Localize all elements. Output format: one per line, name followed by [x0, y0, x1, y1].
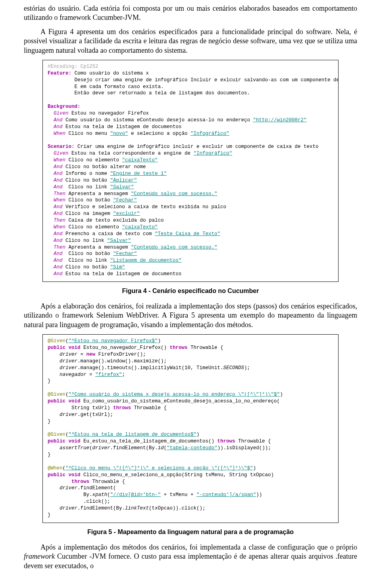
- code-string: "Listagem de documentos": [110, 258, 182, 263]
- code-text: (: [65, 392, 69, 397]
- code-text: Estou na tela de listagem de documentos: [63, 271, 182, 277]
- java-keyword: throws: [48, 479, 92, 485]
- java-keyword: public void: [48, 398, 83, 404]
- text-emphasis: framework: [24, 552, 55, 560]
- code-text: }: [48, 419, 51, 424]
- code-text: .findElement(By.: [77, 506, 125, 511]
- code-text: ): [196, 432, 200, 437]
- code-text: ): [253, 465, 256, 471]
- code-text: (: [65, 432, 69, 437]
- page-content: estórias do usuário. Cada estória foi co…: [0, 0, 381, 579]
- code-text: + txMenu +: [161, 492, 196, 498]
- code-text: E em cada formato caso exista.: [48, 84, 164, 90]
- figure-4-caption: Figura 4 - Cenário especificado no Cucum…: [24, 287, 357, 295]
- java-keyword: throws: [113, 405, 134, 411]
- code-text: .manage().timeouts().implicitlyWait(10, …: [77, 365, 223, 371]
- code-text: .click();: [48, 499, 110, 504]
- java-keyword: new: [87, 352, 98, 357]
- code-text: Caixa de texto excluida do palco: [65, 218, 164, 223]
- code-text: (: [164, 445, 167, 451]
- code-text: Verifico e seleciono a caixa de texto ex…: [63, 204, 227, 210]
- gherkin-step-kw: Then: [48, 191, 65, 197]
- code-text: Eu_estou_na_tela_de_listagem_de_document…: [83, 439, 217, 444]
- code-text: FirefoxDriver();: [98, 352, 146, 357]
- gherkin-step-kw: And: [48, 271, 63, 277]
- code-string: "^Como usuário do sistema x desejo acess…: [69, 392, 280, 397]
- code-text: ): [280, 392, 283, 397]
- gherkin-feature-kw: Feature:: [48, 71, 71, 76]
- gherkin-step-kw: When: [48, 131, 65, 136]
- code-text: Clico no link: [63, 258, 110, 263]
- code-line: #Encoding: Cp1252: [48, 64, 98, 69]
- code-text: Clico no link: [63, 238, 108, 243]
- code-text: Clico na imagem: [63, 211, 114, 216]
- code-text: Então deve ser retornado a tela de lista…: [48, 90, 250, 96]
- java-static: id: [158, 445, 164, 451]
- code-text: }: [48, 452, 51, 458]
- code-string: "caixaTexto": [122, 157, 158, 163]
- code-string: "Engine_de_teste_1": [110, 171, 167, 176]
- code-text: Estou no navegador Firefox: [69, 111, 149, 116]
- gherkin-step-kw: Given: [48, 111, 69, 116]
- code-text: .manage().window().maximize();: [77, 358, 167, 364]
- code-text: (: [107, 492, 110, 498]
- java-field: driver: [48, 358, 77, 364]
- gherkin-step-kw: When: [48, 224, 65, 230]
- code-string: "caixaTexto": [122, 224, 158, 230]
- code-string: "^Estou na tela de listagem de documento…: [69, 432, 197, 437]
- code-text: =: [77, 352, 87, 357]
- java-field: driver: [92, 445, 110, 451]
- code-text: e seleciono a opção: [128, 131, 191, 136]
- gherkin-scenario-kw: Scenario:: [48, 144, 75, 149]
- gherkin-step-kw: And: [48, 264, 63, 270]
- code-string: "Teste Caixa de Texto": [155, 231, 220, 237]
- code-text: Throwable {: [190, 345, 223, 351]
- code-string: "Conteúdo salvo com sucesso.": [131, 245, 217, 250]
- code-text: Clico no link: [63, 184, 110, 190]
- code-text: Clico no botão alterar nome: [63, 164, 146, 170]
- java-keyword: public void: [48, 439, 83, 444]
- code-text: Clico no botão: [63, 264, 110, 270]
- code-text: Apresenta a mensagem: [65, 245, 131, 250]
- code-text: String txUrl): [48, 405, 113, 411]
- figure-4-gherkin-code: #Encoding: Cp1252 Feature: Como usuário …: [42, 60, 339, 282]
- code-string: "Fechar": [113, 197, 137, 203]
- code-text: (: [63, 465, 66, 471]
- java-annotation: @Given: [48, 392, 65, 397]
- code-text: (: [89, 445, 92, 451]
- code-text: Eu_como_usuário_do_sistema_eConteudo_des…: [83, 398, 280, 404]
- code-text: Como usuário do sistema eConteudo desejo…: [63, 117, 253, 123]
- gherkin-step-kw: And: [48, 184, 63, 190]
- code-text: ;: [122, 372, 125, 377]
- gherkin-step-kw: And: [48, 231, 63, 237]
- gherkin-step-kw: And: [48, 211, 63, 216]
- code-string: "novo": [110, 131, 128, 136]
- java-keyword: public void: [48, 472, 83, 478]
- code-text: .get(txUrl);: [77, 412, 113, 418]
- code-text: By.: [48, 492, 92, 498]
- gherkin-step-kw: And: [48, 117, 63, 123]
- java-field: driver: [48, 412, 77, 418]
- java-field: driver: [48, 506, 77, 511]
- code-string: "//div[@id='btn-": [110, 492, 161, 498]
- code-text: Como usuário do sistema x: [71, 71, 149, 76]
- java-field: driver: [48, 352, 77, 357]
- java-annotation: @Given: [48, 432, 65, 437]
- code-string: "firefox": [95, 372, 122, 377]
- code-string: "Infográfico": [190, 131, 229, 136]
- gherkin-step-kw: And: [48, 178, 63, 183]
- java-keyword: throws: [217, 439, 239, 444]
- code-text: Clico no botão: [63, 251, 114, 257]
- code-string: "-conteudo']/a/span": [196, 492, 256, 498]
- gherkin-step-kw: Then: [48, 218, 65, 223]
- java-keyword: public void: [48, 345, 83, 351]
- paragraph-1: estórias do usuário. Cada estória foi co…: [24, 4, 357, 23]
- code-text: Preencho a caixa de texto com: [63, 231, 155, 237]
- code-text: .findElement(: [77, 485, 116, 491]
- gherkin-step-kw: Then: [48, 245, 65, 250]
- code-text: Clico no botão: [63, 178, 110, 183]
- code-string: "Infográfico": [194, 151, 233, 156]
- code-string: "^Estou no navegador Firefox$": [69, 338, 158, 344]
- code-string: "Conteúdo salvo com sucesso.": [131, 191, 217, 197]
- gherkin-step-kw: And: [48, 258, 63, 263]
